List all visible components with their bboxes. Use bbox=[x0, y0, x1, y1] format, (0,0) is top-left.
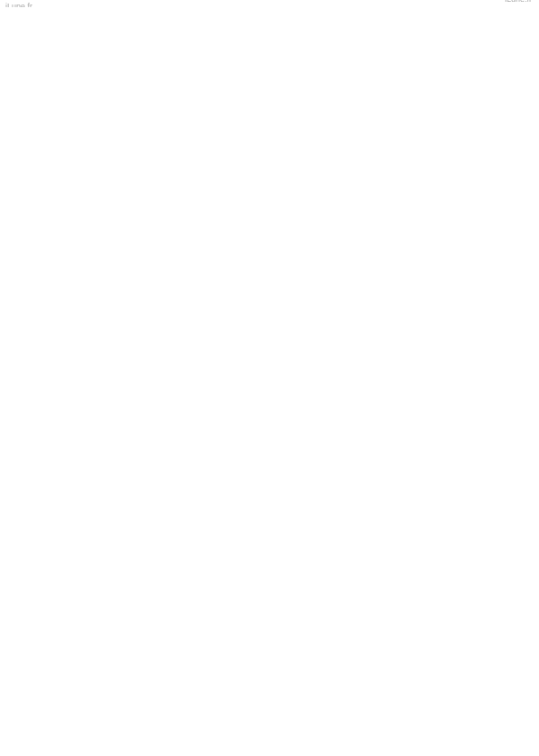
watermark-tl: iLune.fr bbox=[5, 2, 32, 7]
watermark-br: iLune.fr bbox=[505, 0, 532, 4]
